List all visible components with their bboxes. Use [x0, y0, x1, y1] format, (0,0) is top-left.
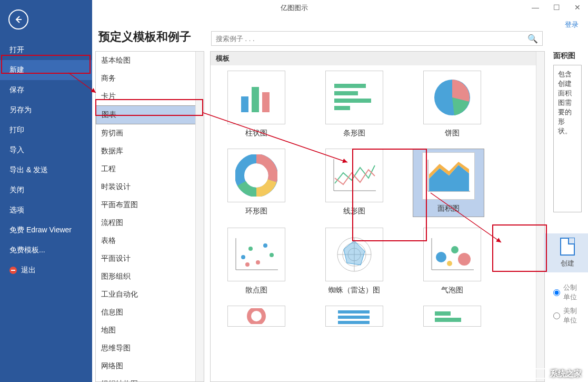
template-extra1[interactable] [217, 306, 296, 331]
sidebar-item-exit[interactable]: 退出 [0, 260, 92, 280]
cat-table[interactable]: 表格 [96, 232, 204, 250]
svg-marker-28 [344, 241, 365, 265]
line-chart-icon [331, 157, 378, 194]
right-title: 面积图 [553, 51, 582, 61]
cat-mindmap[interactable]: 思维导图 [96, 339, 204, 357]
svg-point-18 [248, 247, 253, 251]
svg-point-17 [241, 255, 245, 259]
arrow-left-icon [14, 15, 23, 24]
search-input[interactable] [216, 35, 527, 43]
sidebar-item-templates[interactable]: 免费模板... [0, 240, 92, 260]
cat-floorplan[interactable]: 平面布置图 [96, 196, 204, 214]
svg-point-34 [447, 261, 452, 266]
min-button[interactable]: — [525, 0, 546, 15]
area-chart-icon [425, 158, 472, 194]
cat-orgchart[interactable]: 组织结构图 [96, 375, 204, 382]
cat-infographic[interactable]: 信息图 [96, 303, 204, 321]
svg-point-19 [256, 260, 260, 265]
svg-point-31 [436, 252, 446, 262]
template-bar[interactable]: 条形图 [315, 71, 394, 138]
right-panel: 面积图 包含创建面积图需要的形状。 创建 公制单位 美制单位 [553, 51, 582, 382]
svg-rect-36 [338, 310, 370, 314]
cat-graphorg[interactable]: 图形组织 [96, 268, 204, 286]
bar-chart-icon [333, 82, 375, 113]
column-chart-icon [238, 82, 275, 113]
app-title: 亿图图示 [281, 3, 308, 13]
chart-icon [238, 308, 275, 324]
svg-rect-6 [334, 106, 350, 110]
radar-chart-icon [333, 233, 375, 276]
cat-chart[interactable]: 图表 [96, 105, 204, 124]
svg-rect-40 [435, 318, 461, 322]
cat-flowchart[interactable]: 流程图 [96, 214, 204, 232]
unit-imperial[interactable]: 美制单位 [553, 306, 582, 325]
sidebar-item-close[interactable]: 关闭 [0, 180, 92, 200]
template-bubble[interactable]: 气泡图 [413, 228, 492, 295]
template-pie[interactable]: 饼图 [413, 71, 492, 138]
cat-business[interactable]: 商务 [96, 70, 204, 87]
sidebar-item-new[interactable]: 新建 [0, 60, 92, 80]
donut-chart-icon [235, 154, 277, 197]
login-link[interactable]: 登录 [565, 20, 579, 30]
close-button[interactable]: ✕ [567, 0, 588, 15]
cat-graphic[interactable]: 平面设计 [96, 250, 204, 268]
template-donut[interactable]: 环形图 [217, 149, 296, 217]
template-extra3[interactable] [413, 306, 492, 331]
template-line[interactable]: 线形图 [315, 149, 394, 217]
cat-fashion[interactable]: 时装设计 [96, 178, 204, 196]
scrollbar[interactable] [195, 52, 204, 381]
cat-network[interactable]: 网络图 [96, 357, 204, 375]
svg-rect-37 [338, 316, 370, 319]
sidebar-item-print[interactable]: 打印 [0, 120, 92, 140]
description-box: 包含创建面积图需要的形状。 [553, 65, 582, 212]
template-panel: 模板 柱状图 条形图 饼图 环形图 线形图 [210, 51, 545, 382]
cat-engineering[interactable]: 工程 [96, 160, 204, 178]
svg-point-20 [263, 243, 267, 248]
sidebar-item-open[interactable]: 打开 [0, 40, 92, 60]
cat-clipart[interactable]: 剪切画 [96, 124, 204, 142]
svg-rect-1 [252, 87, 259, 112]
template-scatter[interactable]: 散点图 [217, 228, 296, 295]
svg-rect-2 [262, 92, 270, 112]
cat-industrial[interactable]: 工业自动化 [96, 286, 204, 303]
svg-point-21 [270, 253, 274, 257]
search-icon[interactable]: 🔍 [527, 34, 538, 44]
sidebar-item-options[interactable]: 选项 [0, 200, 92, 220]
chart-icon [434, 308, 471, 324]
scrollbar[interactable] [536, 52, 544, 381]
create-button[interactable]: 创建 [544, 233, 588, 272]
category-list: 基本绘图 商务 卡片 图表 剪切画 数据库 工程 时装设计 平面布置图 流程图 … [95, 51, 204, 382]
sidebar-item-export[interactable]: 导出 & 发送 [0, 160, 92, 180]
bubble-chart-icon [428, 236, 476, 273]
max-button[interactable]: ☐ [546, 0, 567, 15]
cat-basic[interactable]: 基本绘图 [96, 52, 204, 70]
page-title: 预定义模板和例子 [98, 29, 191, 45]
sidebar-item-import[interactable]: 导入 [0, 140, 92, 160]
svg-point-32 [451, 246, 459, 253]
search-box[interactable]: 🔍 [211, 31, 543, 46]
house-icon [533, 368, 547, 379]
template-header: 模板 [211, 52, 544, 65]
svg-rect-0 [241, 96, 248, 112]
svg-rect-38 [338, 321, 370, 324]
cat-map[interactable]: 地图 [96, 321, 204, 339]
template-area[interactable]: 面积图 [413, 149, 484, 217]
back-button[interactable] [8, 9, 28, 30]
document-icon [560, 238, 575, 256]
template-extra2[interactable] [315, 306, 394, 331]
exit-icon [9, 267, 17, 274]
cat-database[interactable]: 数据库 [96, 142, 204, 160]
svg-rect-5 [334, 99, 371, 103]
template-column[interactable]: 柱状图 [217, 71, 296, 138]
chart-icon [336, 308, 373, 324]
sidebar-item-saveas[interactable]: 另存为 [0, 100, 92, 120]
svg-point-22 [245, 262, 250, 267]
svg-rect-39 [435, 311, 451, 316]
svg-rect-4 [334, 91, 358, 95]
sidebar-item-viewer[interactable]: 免费 Edraw Viewer [0, 220, 92, 240]
sidebar-item-save[interactable]: 保存 [0, 80, 92, 100]
svg-point-35 [249, 309, 264, 324]
unit-metric[interactable]: 公制单位 [553, 283, 582, 302]
cat-card[interactable]: 卡片 [96, 87, 204, 105]
template-radar[interactable]: 蜘蛛（雷达）图 [315, 228, 394, 295]
